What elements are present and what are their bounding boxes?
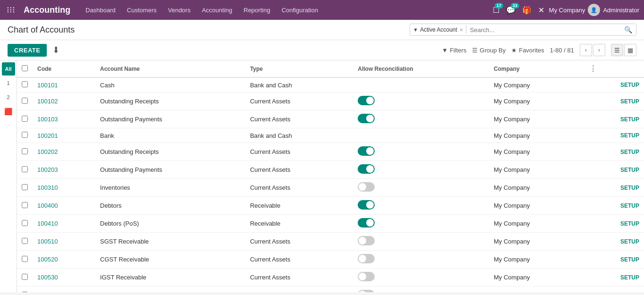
reconciliation-toggle[interactable] bbox=[358, 272, 375, 281]
account-name[interactable]: CGST Receivable bbox=[95, 251, 245, 269]
reconciliation-toggle[interactable] bbox=[358, 96, 375, 105]
user-name[interactable]: Administrator bbox=[603, 7, 639, 14]
group-2[interactable]: 2 bbox=[2, 91, 15, 104]
row-checkbox[interactable] bbox=[22, 81, 28, 87]
avatar[interactable]: 👤 bbox=[588, 4, 600, 16]
reconciliation-toggle-cell bbox=[353, 251, 489, 269]
row-checkbox[interactable] bbox=[22, 292, 28, 293]
column-settings-icon[interactable]: ⋮ bbox=[589, 65, 597, 73]
account-code[interactable]: 100410 bbox=[33, 215, 95, 233]
setup-button[interactable]: SETUP bbox=[584, 233, 644, 251]
nav-accounting[interactable]: Accounting bbox=[197, 5, 237, 16]
nav-customers[interactable]: Customers bbox=[122, 5, 162, 16]
search-filter-tag: ▼ Active Account ✕ bbox=[410, 25, 466, 34]
account-name[interactable]: Outstanding Receipts bbox=[95, 93, 245, 110]
setup-button[interactable]: SETUP bbox=[584, 93, 644, 110]
account-type: Current Assets bbox=[245, 161, 353, 179]
setup-button[interactable]: SETUP bbox=[584, 179, 644, 197]
account-code[interactable]: 100201 bbox=[33, 128, 95, 143]
row-checkbox[interactable] bbox=[22, 148, 28, 154]
favorites-button[interactable]: ★ Favorites bbox=[511, 47, 544, 54]
row-checkbox[interactable] bbox=[22, 166, 28, 172]
search-button[interactable]: 🔍 bbox=[620, 24, 636, 35]
account-code[interactable]: 100550 bbox=[33, 287, 95, 293]
close-icon-btn[interactable]: ✕ bbox=[536, 4, 546, 17]
remove-filter-icon[interactable]: ✕ bbox=[459, 27, 463, 33]
row-checkbox[interactable] bbox=[22, 202, 28, 208]
account-code[interactable]: 100400 bbox=[33, 197, 95, 215]
gift-icon-btn[interactable]: 🎁 bbox=[520, 4, 533, 17]
account-name[interactable]: Outstanding Payments bbox=[95, 161, 245, 179]
reconciliation-toggle[interactable] bbox=[358, 182, 375, 192]
account-name[interactable]: Inventories bbox=[95, 179, 245, 197]
setup-button[interactable]: SETUP bbox=[584, 269, 644, 287]
setup-button[interactable]: SETUP bbox=[584, 215, 644, 233]
account-name[interactable]: CESS Receivable bbox=[95, 287, 245, 293]
row-checkbox[interactable] bbox=[22, 274, 28, 280]
reconciliation-toggle[interactable] bbox=[358, 146, 375, 156]
account-code[interactable]: 100510 bbox=[33, 233, 95, 251]
group-by-button[interactable]: ☰ Group By bbox=[472, 47, 506, 54]
account-name[interactable]: Outstanding Payments bbox=[95, 110, 245, 128]
account-code[interactable]: 100530 bbox=[33, 269, 95, 287]
next-page-button[interactable]: › bbox=[593, 44, 605, 56]
filters-button[interactable]: ▼ Filters bbox=[442, 47, 466, 54]
account-code[interactable]: 100101 bbox=[33, 77, 95, 93]
messages-icon-btn[interactable]: 💬 33 bbox=[504, 4, 517, 17]
account-code[interactable]: 100203 bbox=[33, 161, 95, 179]
account-name[interactable]: Cash bbox=[95, 77, 245, 93]
download-button[interactable]: ⬇ bbox=[51, 43, 61, 57]
account-name[interactable]: Outstanding Receipts bbox=[95, 143, 245, 161]
reconciliation-toggle[interactable] bbox=[358, 254, 375, 263]
reconciliation-toggle[interactable] bbox=[358, 114, 375, 123]
row-checkbox[interactable] bbox=[22, 116, 28, 122]
row-checkbox[interactable] bbox=[22, 238, 28, 244]
group-3[interactable]: 🟥 bbox=[2, 105, 15, 118]
reconciliation-toggle[interactable] bbox=[358, 164, 375, 174]
account-code[interactable]: 100202 bbox=[33, 143, 95, 161]
setup-button[interactable]: SETUP bbox=[584, 161, 644, 179]
nav-vendors[interactable]: Vendors bbox=[163, 5, 195, 16]
nav-reporting[interactable]: Reporting bbox=[239, 5, 275, 16]
activity-icon-btn[interactable]: ☐ 17 bbox=[491, 4, 501, 17]
account-name[interactable]: IGST Receivable bbox=[95, 269, 245, 287]
setup-button[interactable]: SETUP bbox=[584, 110, 644, 128]
grid-view-button[interactable]: ▦ bbox=[624, 44, 636, 56]
setup-button[interactable]: SETUP bbox=[584, 251, 644, 269]
reconciliation-toggle[interactable] bbox=[358, 200, 375, 210]
filter-tag-label: Active Account bbox=[420, 26, 457, 33]
setup-button[interactable]: SETUP bbox=[584, 197, 644, 215]
reconciliation-toggle[interactable] bbox=[358, 290, 375, 292]
account-code[interactable]: 100310 bbox=[33, 179, 95, 197]
account-code[interactable]: 100102 bbox=[33, 93, 95, 110]
account-name[interactable]: Bank bbox=[95, 128, 245, 143]
apps-grid-icon[interactable]: ⁝⁝⁝ bbox=[5, 3, 17, 17]
row-checkbox[interactable] bbox=[22, 184, 28, 190]
setup-button[interactable]: SETUP bbox=[584, 287, 644, 293]
row-checkbox[interactable] bbox=[22, 98, 28, 104]
reconciliation-toggle[interactable] bbox=[358, 236, 375, 245]
row-checkbox[interactable] bbox=[22, 132, 28, 138]
reconciliation-toggle[interactable] bbox=[358, 218, 375, 228]
account-company: My Company bbox=[489, 197, 584, 215]
setup-button[interactable]: SETUP bbox=[584, 128, 644, 143]
group-all[interactable]: All bbox=[2, 62, 15, 76]
row-checkbox[interactable] bbox=[22, 220, 28, 226]
nav-dashboard[interactable]: Dashboard bbox=[81, 5, 120, 16]
setup-button[interactable]: SETUP bbox=[584, 143, 644, 161]
nav-configuration[interactable]: Configuration bbox=[277, 5, 323, 16]
prev-page-button[interactable]: ‹ bbox=[580, 44, 592, 56]
account-name[interactable]: SGST Receivable bbox=[95, 233, 245, 251]
list-view-button[interactable]: ☰ bbox=[611, 44, 623, 56]
select-all-checkbox[interactable] bbox=[22, 65, 28, 71]
account-code[interactable]: 100520 bbox=[33, 251, 95, 269]
row-checkbox[interactable] bbox=[22, 256, 28, 262]
group-1[interactable]: 1 bbox=[2, 76, 15, 90]
account-name[interactable]: Debtors bbox=[95, 197, 245, 215]
search-input[interactable] bbox=[466, 25, 620, 35]
setup-button[interactable]: SETUP bbox=[584, 77, 644, 93]
create-button[interactable]: CREATE bbox=[8, 44, 47, 57]
company-name[interactable]: My Company bbox=[549, 7, 585, 14]
account-name[interactable]: Debtors (PoS) bbox=[95, 215, 245, 233]
account-code[interactable]: 100103 bbox=[33, 110, 95, 128]
